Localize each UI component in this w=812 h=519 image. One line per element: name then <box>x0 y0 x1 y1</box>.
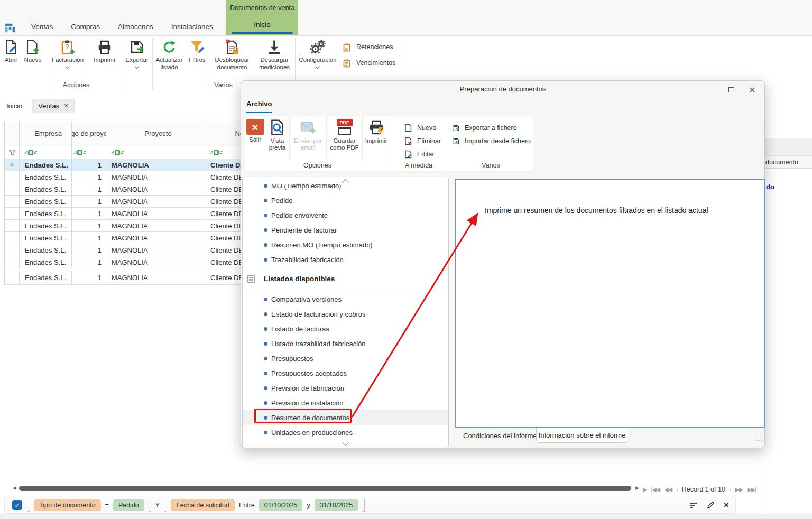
table-row[interactable]: > Endades S.L. 1 MAGNOLIA Cliente DE <box>5 159 241 171</box>
text-filter-cell[interactable]: ABC <box>72 146 106 159</box>
list-item[interactable]: Trazabilidad fabricación <box>243 252 448 267</box>
close-tab-icon[interactable]: × <box>64 102 68 109</box>
next-page-icon[interactable]: ▶▶ <box>735 486 743 493</box>
guardar-como-pdf-button[interactable]: PDF Guardar como PDF <box>327 116 363 160</box>
filter-operator[interactable]: = <box>105 502 109 509</box>
maximize-button[interactable] <box>723 84 739 96</box>
text-filter-icon: ABC <box>112 150 124 155</box>
scroll-up-strip[interactable] <box>243 177 448 184</box>
filter-value-chip[interactable]: Pedido <box>113 499 144 511</box>
filter-operator[interactable]: Entre <box>239 502 255 509</box>
editar-informe-button[interactable]: Editar <box>390 147 447 161</box>
tab-condiciones-del-informe[interactable]: Condiciones del informe <box>463 432 537 440</box>
close-button[interactable]: ✕ <box>744 84 760 96</box>
tab-ventas[interactable]: Ventas × <box>32 99 75 113</box>
edit-filter-icon[interactable] <box>707 501 715 509</box>
ribbon-tab[interactable]: Instalaciones <box>162 23 222 31</box>
list-item[interactable]: Unidades en producciones <box>243 425 448 440</box>
filter-date-to-chip[interactable]: 31/10/2025 <box>315 499 358 511</box>
delete-file-icon <box>404 137 412 145</box>
descargar-mediciones-button[interactable]: Descargar mediciones <box>254 39 295 81</box>
nuevo-informe-button[interactable]: Nuevo <box>390 121 447 134</box>
contextual-tab-documentos-de-venta[interactable]: Documentos de venta Inicio <box>226 0 298 35</box>
scroll-left-icon[interactable]: ◀ <box>13 485 16 490</box>
list-item[interactable]: Comparativa versiones <box>243 292 448 307</box>
vista-previa-button[interactable]: Vista previa <box>265 116 290 160</box>
desbloquear-documento-button[interactable]: Desbloquear documento <box>211 39 253 81</box>
facturacion-button[interactable]: Facturación <box>49 39 87 81</box>
list-item[interactable]: Listado trazabilidad fabricación <box>243 336 448 351</box>
table-row[interactable]: Endades S.L. 1 MAGNOLIA Cliente DE <box>5 208 241 220</box>
eliminar-informe-button[interactable]: Eliminar <box>390 134 447 147</box>
filter-menu-icon[interactable] <box>689 501 698 509</box>
text-filter-cell[interactable]: ABC <box>106 146 205 159</box>
tab-inicio-ribbon[interactable]: Inicio <box>226 21 298 29</box>
prev-record-icon[interactable]: ‹ <box>676 486 678 493</box>
list-item[interactable]: Previsión de instalación <box>243 395 448 410</box>
first-record-icon[interactable]: |◀◀ <box>651 486 660 493</box>
scroll-down-strip[interactable] <box>243 439 448 447</box>
clear-filter-icon[interactable]: × <box>724 501 729 509</box>
filter-date-from-chip[interactable]: 01/10/2025 <box>259 499 303 511</box>
importar-desde-fichero-button[interactable]: Importar desde fichero <box>447 134 534 147</box>
tab-archivo[interactable]: Archivo <box>246 100 272 108</box>
actualizar-listado-button[interactable]: Actualizar listado <box>153 39 185 81</box>
list-item[interactable]: Pendiente de facturar <box>243 223 448 237</box>
table-row[interactable]: Endades S.L. 1 MAGNOLIA Cliente DE <box>5 196 241 208</box>
table-row[interactable]: Endades S.L. 1 MAGNOLIA Cliente DE <box>5 232 241 244</box>
bullet-icon <box>264 298 267 301</box>
column-header-codigo[interactable]: Código de proyecto <box>72 121 106 146</box>
prev-page-icon[interactable]: ◀◀ <box>664 486 672 493</box>
text-filter-cell[interactable]: ABC <box>20 146 72 159</box>
table-row[interactable]: Endades S.L. 1 MAGNOLIA Cliente DE <box>5 171 241 183</box>
ribbon-tab[interactable]: Compras <box>62 23 109 31</box>
minimize-button[interactable] <box>699 84 715 96</box>
text-filter-cell[interactable]: ABC <box>205 146 241 159</box>
tab-inicio[interactable]: Inicio <box>4 102 24 110</box>
configuracion-button[interactable]: Configuración <box>297 39 339 81</box>
imprimir-button-dialog[interactable]: Imprimir <box>363 116 390 160</box>
filter-field-chip[interactable]: Fecha de solicitud <box>171 499 235 511</box>
list-item[interactable]: Presupuestos aceptados <box>243 366 448 381</box>
retenciones-button[interactable]: Retenciones <box>343 40 403 54</box>
app-logo-icon[interactable] <box>4 22 16 34</box>
list-item[interactable]: Resumen de documentos <box>243 410 448 425</box>
table-row[interactable]: Endades S.L. 1 MAGNOLIA Cliente DE <box>5 271 241 285</box>
exportar-a-fichero-button[interactable]: Exportar a fichero <box>447 121 534 134</box>
table-row[interactable]: Endades S.L. 1 MAGNOLIA Cliente DE <box>5 183 241 196</box>
filter-joiner[interactable]: Y <box>155 502 160 509</box>
last-record-icon[interactable]: ▶▶| <box>747 486 756 493</box>
list-item[interactable]: Resumen MO (Tiempo estimado) <box>243 237 448 252</box>
salir-button[interactable]: × Salir <box>245 116 265 160</box>
nuevo-button[interactable]: Nuevo <box>21 39 44 81</box>
scroll-right-icon[interactable]: ▶ <box>635 485 639 490</box>
table-body: > Endades S.L. 1 MAGNOLIA Cliente DE End… <box>5 159 241 285</box>
scrollbar-thumb[interactable] <box>19 486 631 491</box>
imprimir-button[interactable]: Imprimir <box>90 39 119 81</box>
list-item[interactable]: Presupuestos <box>243 351 448 366</box>
tab-informacion-sobre-el-informe[interactable]: Información sobre el informe <box>536 428 628 443</box>
column-header-nombre[interactable]: Nombre <box>205 121 241 146</box>
filter-funnel-icon[interactable] <box>5 146 20 159</box>
vencimientos-button[interactable]: Vencimientos <box>343 56 403 70</box>
abrir-button[interactable]: Abrir <box>1 39 21 81</box>
list-item[interactable]: Estado de facturación y cobros <box>243 307 448 321</box>
play-icon[interactable]: ▶ <box>643 486 647 493</box>
column-header-proyecto[interactable]: Proyecto <box>106 121 205 146</box>
filter-field-chip[interactable]: Tipo de documento <box>34 499 101 511</box>
list-item[interactable]: Previsión de fabricación <box>243 381 448 395</box>
ribbon-tab[interactable]: Ventas <box>22 23 62 31</box>
next-record-icon[interactable]: › <box>730 486 731 493</box>
table-row[interactable]: Endades S.L. 1 MAGNOLIA Cliente DE <box>5 244 241 256</box>
column-header-empresa[interactable]: Empresa <box>20 121 72 146</box>
resize-grip-icon[interactable]: ∴∴ <box>755 438 761 444</box>
list-item[interactable]: Pedido <box>243 193 448 208</box>
filtros-button[interactable]: Filtros <box>185 39 209 81</box>
ribbon-tab[interactable]: Almacenes <box>109 23 162 31</box>
list-item[interactable]: Listado de facturas <box>243 321 448 336</box>
exportar-button[interactable]: Exportar <box>122 39 152 81</box>
table-row[interactable]: Endades S.L. 1 MAGNOLIA Cliente DE <box>5 220 241 232</box>
list-item[interactable]: Pedido envolvente <box>243 208 448 223</box>
table-row[interactable]: Endades S.L. 1 MAGNOLIA Cliente DE <box>5 256 241 268</box>
filter-enabled-checkbox[interactable]: ✓ <box>12 500 22 510</box>
